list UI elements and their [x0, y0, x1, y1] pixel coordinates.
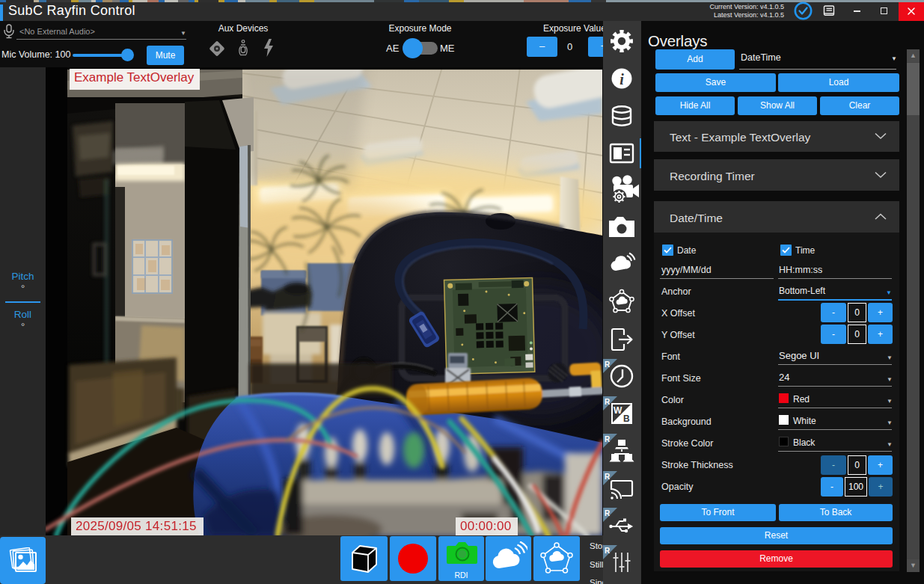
svg-text:i: i — [619, 71, 624, 87]
svg-text:R: R — [605, 435, 611, 443]
svg-text:R: R — [605, 509, 611, 517]
svg-text:B: B — [623, 414, 630, 424]
svg-text:R: R — [605, 547, 611, 555]
svg-text:R: R — [605, 473, 611, 481]
svg-text:W: W — [614, 405, 622, 416]
svg-text:R: R — [605, 360, 611, 369]
svg-text:R: R — [605, 398, 611, 406]
